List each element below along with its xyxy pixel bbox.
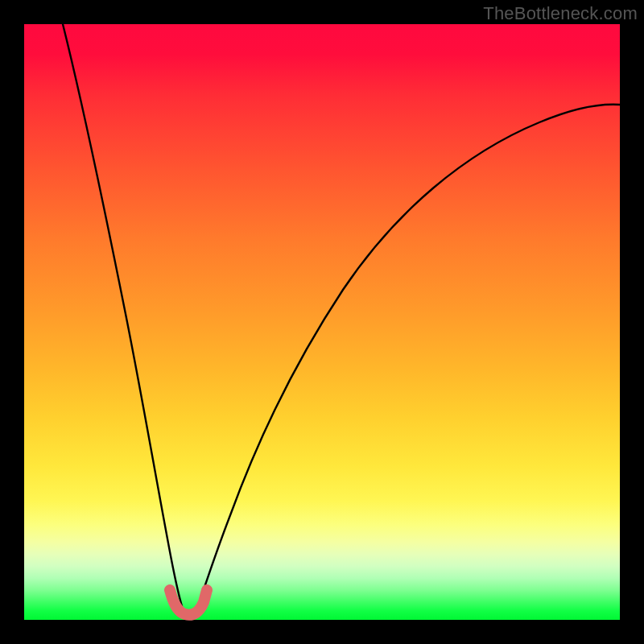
curve-left-branch bbox=[63, 24, 182, 606]
watermark-text: TheBottleneck.com bbox=[483, 3, 638, 24]
curve-minimum-bump bbox=[170, 590, 207, 615]
chart-svg bbox=[24, 24, 620, 620]
curve-right-branch bbox=[198, 105, 620, 606]
chart-frame bbox=[24, 24, 620, 620]
